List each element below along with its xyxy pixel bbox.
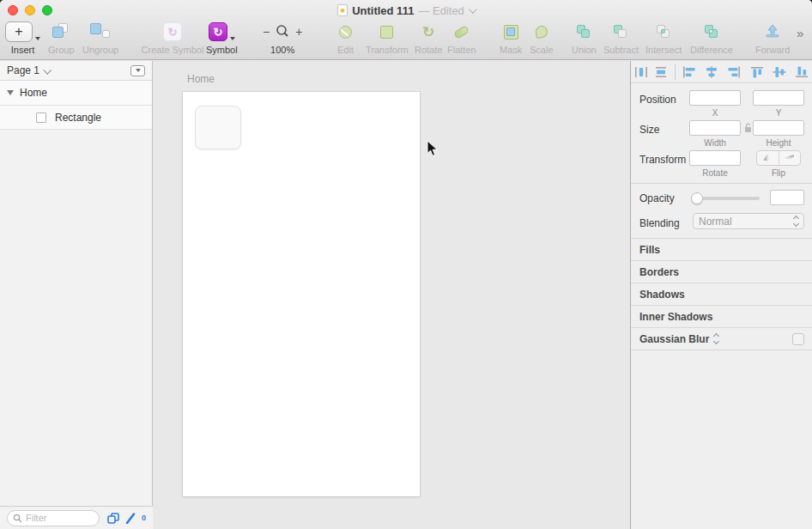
forward-button[interactable]: Forward bbox=[755, 21, 790, 55]
distribute-horizontally-icon[interactable] bbox=[634, 66, 648, 78]
layer-row-rectangle[interactable]: Rectangle bbox=[0, 106, 152, 130]
group-icon bbox=[51, 21, 71, 43]
insert-button[interactable]: + Insert bbox=[5, 21, 40, 55]
group-label: Group bbox=[48, 45, 75, 55]
toolbar-overflow-button[interactable]: » bbox=[797, 26, 803, 40]
subtract-button[interactable]: Subtract bbox=[603, 21, 639, 55]
window-title: ◆ Untitled 111 — Edited bbox=[0, 3, 812, 17]
width-input[interactable] bbox=[689, 120, 741, 136]
distribute-vertically-icon[interactable] bbox=[654, 66, 668, 78]
lock-icon[interactable] bbox=[744, 123, 752, 133]
opacity-slider-knob[interactable] bbox=[691, 192, 703, 204]
transform-icon bbox=[380, 21, 393, 43]
symbol-button[interactable]: ↻ Symbol bbox=[206, 21, 238, 55]
align-bottom-icon[interactable] bbox=[795, 66, 809, 78]
slice-pencil-icon[interactable] bbox=[125, 513, 136, 524]
position-x-input[interactable] bbox=[689, 90, 741, 106]
opacity-input[interactable] bbox=[770, 190, 804, 205]
layers-sidebar: Page 1 Home Rectangle bbox=[0, 61, 153, 529]
position-y-input[interactable] bbox=[753, 90, 804, 106]
edited-status: — Edited bbox=[418, 4, 464, 17]
forward-icon bbox=[765, 21, 780, 43]
plus-icon: + bbox=[5, 21, 40, 43]
inner-shadows-title: Inner Shadows bbox=[639, 311, 712, 323]
sketch-window: ◆ Untitled 111 — Edited + Insert Group bbox=[0, 0, 812, 529]
artboard-title[interactable]: Home bbox=[187, 73, 215, 85]
flip-control bbox=[756, 150, 801, 166]
layer-row-home[interactable]: Home bbox=[0, 81, 152, 106]
canvas[interactable]: Home bbox=[154, 61, 630, 529]
mask-button[interactable]: Mask bbox=[500, 21, 522, 55]
slice-count-badge: 0 bbox=[142, 514, 146, 522]
difference-button[interactable]: Difference bbox=[690, 21, 733, 55]
opacity-slider[interactable] bbox=[693, 197, 760, 200]
ungroup-button[interactable]: Ungroup bbox=[82, 21, 118, 55]
align-left-icon[interactable] bbox=[682, 66, 696, 78]
page-name: Page 1 bbox=[7, 64, 39, 76]
difference-icon bbox=[704, 21, 719, 43]
scale-button[interactable]: Scale bbox=[530, 21, 554, 55]
rotate-icon: ↻ bbox=[422, 21, 434, 43]
flatten-button[interactable]: Flatten bbox=[447, 21, 476, 55]
page-chevron-icon bbox=[43, 65, 52, 74]
align-top-icon[interactable] bbox=[750, 66, 764, 78]
rectangle-layer-name: Rectangle bbox=[55, 112, 101, 124]
overlapping-squares-icon[interactable] bbox=[107, 513, 119, 524]
flip-sublabel: Flip bbox=[753, 168, 804, 178]
double-chevron-icon: » bbox=[797, 26, 803, 40]
create-symbol-label: Create Symbol bbox=[142, 45, 204, 55]
rotate-input[interactable] bbox=[689, 150, 741, 166]
union-button[interactable]: Union bbox=[572, 21, 597, 55]
blur-type-stepper-icon[interactable] bbox=[714, 334, 718, 344]
title-chevron-icon[interactable] bbox=[469, 5, 477, 14]
gaussian-blur-title: Gaussian Blur bbox=[639, 333, 709, 345]
rectangle-shape[interactable] bbox=[195, 106, 241, 149]
align-vertical-center-icon[interactable] bbox=[773, 66, 786, 78]
artboard-home[interactable] bbox=[183, 92, 420, 496]
page-list-button[interactable] bbox=[130, 65, 145, 76]
gaussian-blur-section-header[interactable]: Gaussian Blur bbox=[631, 328, 812, 350]
height-sublabel: Height bbox=[753, 138, 804, 148]
edit-button[interactable]: Edit bbox=[337, 21, 354, 55]
difference-label: Difference bbox=[690, 45, 733, 55]
disclosure-triangle-icon[interactable] bbox=[7, 90, 14, 95]
gaussian-blur-checkbox[interactable] bbox=[792, 333, 804, 345]
filter-field[interactable] bbox=[7, 510, 100, 526]
scale-label: Scale bbox=[530, 45, 554, 55]
window-chrome: ◆ Untitled 111 — Edited + Insert Group bbox=[0, 0, 812, 60]
height-input[interactable] bbox=[753, 120, 804, 136]
filter-input[interactable] bbox=[26, 513, 86, 523]
align-right-icon[interactable] bbox=[727, 66, 741, 78]
blending-value: Normal bbox=[699, 216, 732, 228]
rotate-button[interactable]: ↻ Rotate bbox=[415, 21, 442, 55]
blending-select[interactable]: Normal bbox=[693, 213, 804, 229]
create-symbol-button[interactable]: ↻ Create Symbol bbox=[137, 21, 208, 55]
inspector-divider bbox=[631, 183, 812, 184]
ungroup-icon bbox=[88, 21, 112, 43]
insert-label: Insert bbox=[11, 45, 35, 55]
inner-shadows-section-header[interactable]: Inner Shadows bbox=[631, 306, 812, 328]
intersect-button[interactable]: Intersect bbox=[645, 21, 682, 55]
filter-bar: 0 bbox=[0, 506, 153, 529]
document-title: Untitled 111 bbox=[352, 4, 414, 17]
zoom-control[interactable]: − + 100% bbox=[263, 21, 302, 55]
symbol-icon: ↻ bbox=[209, 21, 235, 43]
shadows-section-header[interactable]: Shadows bbox=[631, 283, 812, 306]
edit-label: Edit bbox=[337, 45, 354, 55]
group-button[interactable]: Group bbox=[48, 21, 75, 55]
position-label: Position bbox=[639, 94, 676, 106]
zoom-in-button[interactable]: + bbox=[295, 25, 302, 39]
flip-horizontal-button[interactable] bbox=[757, 151, 779, 165]
transform-button[interactable]: Transform bbox=[366, 21, 409, 55]
borders-section-header[interactable]: Borders bbox=[631, 261, 812, 283]
alignment-divider bbox=[675, 64, 676, 80]
search-icon bbox=[13, 514, 22, 523]
ungroup-label: Ungroup bbox=[82, 45, 118, 55]
flatten-label: Flatten bbox=[447, 45, 476, 55]
fills-section-header[interactable]: Fills bbox=[631, 239, 812, 261]
zoom-out-button[interactable]: − bbox=[263, 25, 270, 39]
page-selector[interactable]: Page 1 bbox=[0, 61, 152, 81]
align-horizontal-center-icon[interactable] bbox=[705, 66, 718, 78]
x-sublabel: X bbox=[689, 108, 741, 118]
flip-vertical-button[interactable] bbox=[779, 151, 801, 165]
